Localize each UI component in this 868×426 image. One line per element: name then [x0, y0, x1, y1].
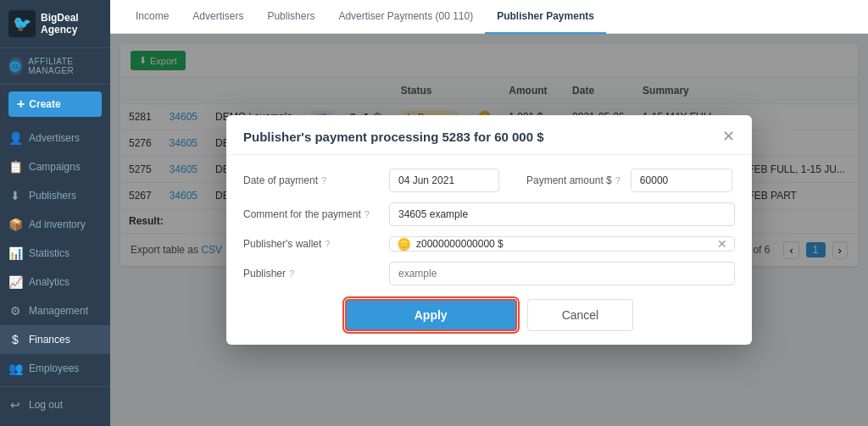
wallet-clear-button[interactable]: ✕	[717, 237, 727, 251]
plus-icon: +	[17, 97, 25, 111]
create-button[interactable]: + Create	[8, 91, 102, 117]
modal: Publisher's payment processing 5283 for …	[226, 115, 752, 345]
form-row-date-amount: Date of payment ? Payment amount $ ?	[243, 169, 735, 192]
publisher-label: Publisher ?	[243, 268, 379, 279]
logout-icon: ↩	[8, 398, 22, 412]
wallet-label: Publisher's wallet ?	[243, 238, 379, 250]
apply-button[interactable]: Apply	[345, 299, 517, 331]
sidebar-item-employees[interactable]: 👥 Employees	[0, 354, 110, 383]
sidebar-item-analytics[interactable]: 📈 Analytics	[0, 268, 110, 296]
amount-help-icon[interactable]: ?	[615, 175, 620, 185]
sidebar-item-management[interactable]: ⚙ Management	[0, 296, 110, 325]
modal-header: Publisher's payment processing 5283 for …	[226, 115, 752, 155]
wallet-field[interactable]: 🪙 z0000000000000 $ ✕	[389, 236, 735, 252]
finances-icon: $	[8, 333, 22, 346]
comment-help-icon[interactable]: ?	[364, 209, 370, 219]
modal-close-button[interactable]: ✕	[722, 129, 735, 144]
logo-text: BigDeal Agency	[41, 12, 79, 36]
content-area: ⬇ Export Status Amount Date	[110, 34, 868, 426]
tab-income[interactable]: Income	[124, 0, 181, 34]
cancel-button[interactable]: Cancel	[527, 299, 634, 331]
sidebar: 🐦 BigDeal Agency 🌐 AFFILIATE MANAGER + C…	[0, 0, 110, 426]
advertisers-icon: 👤	[8, 131, 22, 145]
form-actions: Apply Cancel	[243, 299, 735, 331]
logo-icon: 🐦	[8, 10, 36, 37]
statistics-icon: 📊	[8, 246, 22, 260]
form-row-publisher: Publisher ?	[243, 262, 735, 285]
comment-label: Comment for the payment ?	[243, 208, 379, 220]
publishers-icon: ⬇	[8, 189, 22, 202]
sidebar-role: 🌐 AFFILIATE MANAGER	[0, 48, 110, 85]
main-area: Income Advertisers Publishers Advertiser…	[110, 0, 868, 426]
sidebar-item-ad-inventory[interactable]: 📦 Ad inventory	[0, 210, 110, 239]
date-help-icon[interactable]: ?	[321, 175, 326, 185]
management-icon: ⚙	[8, 304, 22, 318]
comment-input[interactable]	[389, 202, 735, 226]
publisher-input[interactable]	[389, 262, 735, 285]
sidebar-item-publishers[interactable]: ⬇ Publishers	[0, 181, 110, 210]
modal-title: Publisher's payment processing 5283 for …	[243, 130, 544, 144]
form-row-comment: Comment for the payment ?	[243, 202, 735, 226]
wallet-text: z0000000000000 $	[416, 238, 712, 250]
wallet-help-icon[interactable]: ?	[325, 239, 330, 249]
amount-label-group: Payment amount $ ?	[526, 174, 620, 186]
tab-advertisers[interactable]: Advertisers	[181, 0, 255, 34]
ad-inventory-icon: 📦	[8, 218, 22, 231]
tab-publisher-payments[interactable]: Publisher Payments	[485, 0, 606, 34]
sidebar-logo: 🐦 BigDeal Agency	[0, 0, 110, 48]
sidebar-item-statistics[interactable]: 📊 Statistics	[0, 239, 110, 268]
amount-input[interactable]	[631, 169, 732, 192]
campaigns-icon: 📋	[8, 160, 22, 174]
modal-overlay: Publisher's payment processing 5283 for …	[110, 34, 868, 426]
publisher-help-icon[interactable]: ?	[289, 268, 294, 279]
date-input[interactable]	[389, 169, 499, 192]
sidebar-nav: 👤 Advertisers 📋 Campaigns ⬇ Publishers 📦…	[0, 124, 110, 426]
top-tabs: Income Advertisers Publishers Advertiser…	[110, 0, 868, 34]
sidebar-item-campaigns[interactable]: 📋 Campaigns	[0, 152, 110, 181]
tab-publishers[interactable]: Publishers	[255, 0, 326, 34]
sidebar-item-advertisers[interactable]: 👤 Advertisers	[0, 124, 110, 152]
nav-divider	[0, 386, 110, 387]
analytics-icon: 📈	[8, 275, 22, 289]
wallet-coin-icon: 🪙	[397, 237, 411, 251]
form-row-wallet: Publisher's wallet ? 🪙 z0000000000000 $ …	[243, 236, 735, 252]
sidebar-item-finances[interactable]: $ Finances	[0, 325, 110, 354]
sidebar-item-logout[interactable]: ↩ Log out	[0, 390, 110, 419]
employees-icon: 👥	[8, 362, 22, 375]
modal-body: Date of payment ? Payment amount $ ?	[226, 155, 752, 345]
role-icon: 🌐	[8, 57, 23, 75]
tab-advertiser-payments[interactable]: Advertiser Payments (00 110)	[326, 0, 485, 34]
date-label: Date of payment ?	[243, 174, 379, 186]
